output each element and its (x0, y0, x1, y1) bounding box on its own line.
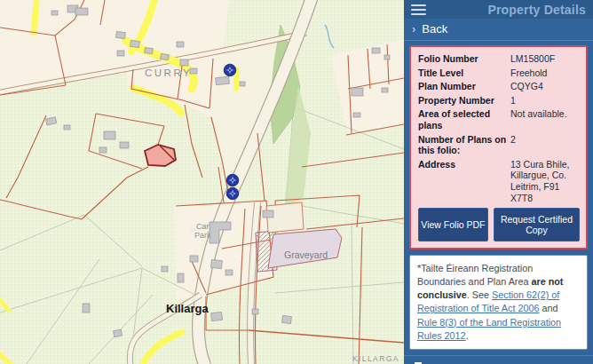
property-details-box: Folio Number LM15800F Title Level Freeho… (409, 45, 588, 249)
property-number-value: 1 (510, 95, 580, 107)
label-killarga-village: Killarga (166, 302, 209, 315)
print-current-view-button[interactable]: Print Current View (404, 355, 593, 364)
folio-number-label: Folio Number (418, 53, 507, 65)
label-car-park-1: Car (196, 222, 210, 231)
map-marker-3[interactable] (226, 187, 239, 200)
map-marker-1[interactable] (224, 64, 236, 76)
address-label: Address (418, 159, 507, 203)
detail-buttons: View Folio PDF Request Certified Copy (418, 208, 580, 241)
disclaimer-text-prefix: *Tailte Éireann Registration Boundaries … (417, 263, 533, 287)
disclaimer-text-and: and (539, 303, 557, 313)
plan-count-value: 2 (510, 134, 580, 156)
disclaimer-box: *Tailte Éireann Registration Boundaries … (409, 255, 588, 350)
detail-row-folio: Folio Number LM15800F (418, 53, 580, 65)
title-level-value: Freehold (510, 67, 580, 79)
panel-header: Property Details (404, 0, 593, 19)
title-level-label: Title Level (418, 67, 507, 79)
view-folio-pdf-button[interactable]: View Folio PDF (418, 208, 488, 241)
label-killarga-townland: KILLARGA (352, 354, 399, 363)
plan-count-label: Number of Plans on this folio: (418, 134, 507, 156)
label-car-park-2: Park (194, 231, 211, 240)
folio-number-value: LM15800F (510, 53, 580, 65)
property-number-label: Property Number (418, 95, 507, 107)
detail-row-title-level: Title Level Freehold (418, 67, 580, 79)
detail-row-plan-count: Number of Plans on this folio: 2 (418, 134, 580, 156)
disclaimer-text-suffix: . (466, 330, 469, 341)
area-label: Area of selected plans (418, 108, 507, 131)
address-value: 13 Cura Bhile, Killargue, Co. Leitrim, F… (510, 159, 580, 203)
panel-title: Property Details (487, 3, 586, 17)
request-certified-copy-button[interactable]: Request Certified Copy (494, 208, 580, 241)
property-details-panel: Property Details › Back Folio Number LM1… (404, 0, 593, 364)
detail-row-plan-number: Plan Number CQYG4 (418, 81, 580, 92)
detail-row-area: Area of selected plans Not available. (418, 108, 580, 131)
selected-parcel[interactable] (145, 145, 176, 166)
back-label: Back (422, 22, 447, 36)
chevron-right-icon: › (412, 22, 415, 36)
disclaimer-text-mid: . See (467, 289, 492, 300)
plan-number-value: CQYG4 (510, 81, 580, 92)
rule-8-link[interactable]: Rule 8(3) of the Land Registration Rules… (417, 317, 561, 341)
back-button[interactable]: › Back (404, 19, 593, 41)
area-value: Not available. (510, 108, 580, 131)
label-curry: CURRY (145, 67, 192, 78)
property-details-app: CURRY Car Park Graveyard Killarga KILLAR… (0, 0, 593, 364)
menu-icon[interactable] (411, 2, 426, 18)
detail-row-address: Address 13 Cura Bhile, Killargue, Co. Le… (418, 159, 580, 203)
detail-row-property-number: Property Number 1 (418, 95, 580, 107)
map-viewport[interactable]: CURRY Car Park Graveyard Killarga KILLAR… (0, 0, 404, 364)
label-graveyard: Graveyard (284, 249, 328, 260)
map-canvas[interactable]: CURRY Car Park Graveyard Killarga KILLAR… (0, 0, 404, 364)
map-marker-2[interactable] (226, 174, 239, 186)
plan-number-label: Plan Number (418, 81, 507, 92)
